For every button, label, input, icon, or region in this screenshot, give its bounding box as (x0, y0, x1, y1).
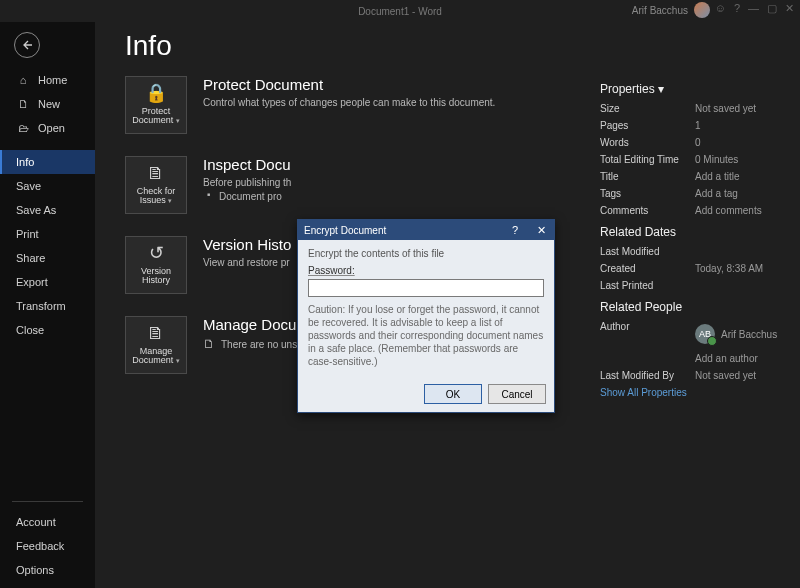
check-for-issues-button[interactable]: 🗎 Check forIssues ▾ (125, 156, 187, 214)
sidebar-item-options[interactable]: Options (0, 558, 95, 582)
property-key: Pages (600, 120, 695, 131)
dialog-close-button[interactable]: ✕ (528, 220, 554, 240)
sidebar-label: Print (16, 228, 39, 240)
backstage-sidebar: ⌂ Home 🗋 New 🗁 Open Info Save Save As Pr… (0, 22, 95, 588)
dialog-titlebar[interactable]: Encrypt Document ? ✕ (298, 220, 554, 240)
sidebar-label: Close (16, 324, 44, 336)
cancel-button[interactable]: Cancel (488, 384, 546, 404)
sidebar-item-home[interactable]: ⌂ Home (0, 68, 95, 92)
history-icon: ↺ (149, 244, 164, 264)
sidebar-label: Info (16, 156, 34, 168)
property-row[interactable]: SizeNot saved yet (600, 100, 792, 117)
home-icon: ⌂ (16, 74, 30, 86)
sidebar-item-feedback[interactable]: Feedback (0, 534, 95, 558)
date-key: Last Modified (600, 246, 695, 257)
property-key: Words (600, 137, 695, 148)
help-icon[interactable]: ? (734, 2, 740, 15)
property-row[interactable]: Words0 (600, 134, 792, 151)
card-label: ManageDocument ▾ (132, 347, 180, 367)
account-name: Arif Bacchus (632, 5, 688, 16)
show-all-properties-link[interactable]: Show All Properties (600, 387, 687, 398)
property-row[interactable]: TagsAdd a tag (600, 185, 792, 202)
window-controls: ☺ ? — ▢ ✕ (715, 2, 794, 15)
arrow-left-icon (21, 39, 33, 51)
author-value[interactable]: AB Arif Bacchus (695, 321, 777, 347)
sidebar-item-save[interactable]: Save (0, 174, 95, 198)
property-key: Size (600, 103, 695, 114)
section-title: Protect Document (203, 76, 584, 93)
sidebar-item-share[interactable]: Share (0, 246, 95, 270)
sidebar-label: Feedback (16, 540, 64, 552)
card-label: VersionHistory (141, 267, 171, 287)
property-row[interactable]: TitleAdd a title (600, 168, 792, 185)
dialog-help-button[interactable]: ? (502, 220, 528, 240)
ok-button[interactable]: OK (424, 384, 482, 404)
protect-document-button[interactable]: 🔒 ProtectDocument ▾ (125, 76, 187, 134)
property-value: Add a title (695, 171, 739, 182)
sidebar-label: Options (16, 564, 54, 576)
property-value: Not saved yet (695, 103, 756, 114)
lock-icon: 🔒 (145, 84, 167, 104)
page-title: Info (95, 22, 800, 76)
sidebar-label: New (38, 98, 60, 110)
property-row[interactable]: Total Editing Time0 Minutes (600, 151, 792, 168)
password-label: Password: (308, 265, 544, 276)
sidebar-item-new[interactable]: 🗋 New (0, 92, 95, 116)
dialog-title: Encrypt Document (304, 225, 386, 236)
chevron-down-icon: ▾ (658, 82, 664, 96)
version-history-button[interactable]: ↺ VersionHistory (125, 236, 187, 294)
properties-heading[interactable]: Properties ▾ (600, 82, 792, 96)
sidebar-item-info[interactable]: Info (0, 150, 95, 174)
maximize-icon[interactable]: ▢ (767, 2, 777, 15)
date-row: Last Modified (600, 243, 792, 260)
sidebar-label: Share (16, 252, 45, 264)
card-label: Check forIssues ▾ (137, 187, 176, 207)
back-button[interactable] (14, 32, 40, 58)
add-author-link[interactable]: Add an author (695, 353, 758, 364)
document-icon: 🗎 (147, 324, 165, 344)
sidebar-label: Home (38, 74, 67, 86)
password-input[interactable] (308, 279, 544, 297)
open-icon: 🗁 (16, 122, 30, 134)
account-avatar-icon (694, 2, 710, 18)
face-icon[interactable]: ☺ (715, 2, 726, 15)
property-key: Tags (600, 188, 695, 199)
card-label: ProtectDocument ▾ (132, 107, 180, 127)
property-value: 0 (695, 137, 701, 148)
sidebar-item-print[interactable]: Print (0, 222, 95, 246)
bullet-item: Document pro (203, 190, 584, 204)
account-area[interactable]: Arif Bacchus (632, 2, 710, 18)
sidebar-label: Save (16, 180, 41, 192)
sidebar-item-transform[interactable]: Transform (0, 294, 95, 318)
minimize-icon[interactable]: — (748, 2, 759, 15)
property-key: Comments (600, 205, 695, 216)
author-label: Author (600, 321, 695, 347)
sidebar-item-open[interactable]: 🗁 Open (0, 116, 95, 140)
property-row[interactable]: CommentsAdd comments (600, 202, 792, 219)
inspect-icon: 🗎 (147, 164, 165, 184)
property-value: Add comments (695, 205, 762, 216)
sidebar-label: Transform (16, 300, 66, 312)
section-title: Inspect Docu (203, 156, 584, 173)
property-row[interactable]: Pages1 (600, 117, 792, 134)
sidebar-item-save-as[interactable]: Save As (0, 198, 95, 222)
section-text: Before publishing th Document pro (203, 176, 584, 203)
date-value: Today, 8:38 AM (695, 263, 763, 274)
close-icon[interactable]: ✕ (785, 2, 794, 15)
sidebar-label: Export (16, 276, 48, 288)
properties-panel: Properties ▾ SizeNot saved yetPages1Word… (600, 76, 800, 401)
sidebar-label: Account (16, 516, 56, 528)
property-value: 0 Minutes (695, 154, 738, 165)
sidebar-item-account[interactable]: Account (0, 510, 95, 534)
sidebar-item-close[interactable]: Close (0, 318, 95, 342)
property-key: Total Editing Time (600, 154, 695, 165)
sidebar-label: Save As (16, 204, 56, 216)
last-modified-by-label: Last Modified By (600, 370, 695, 381)
manage-document-button[interactable]: 🗎 ManageDocument ▾ (125, 316, 187, 374)
date-row: Last Printed (600, 277, 792, 294)
sidebar-label: Open (38, 122, 65, 134)
related-dates-heading: Related Dates (600, 225, 792, 239)
sidebar-item-export[interactable]: Export (0, 270, 95, 294)
dialog-subtitle: Encrypt the contents of this file (308, 248, 544, 259)
section-text: Control what types of changes people can… (203, 96, 584, 110)
